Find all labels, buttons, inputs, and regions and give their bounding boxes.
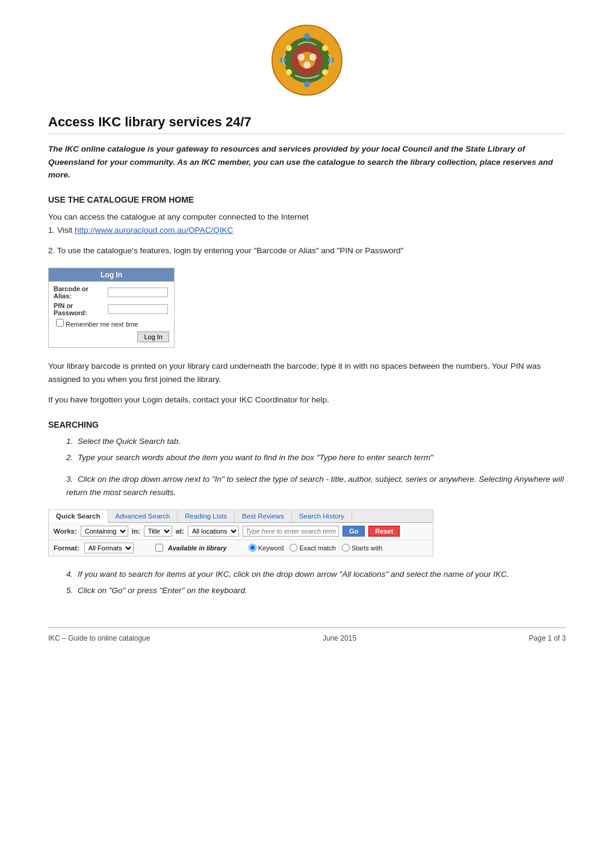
radio-keyword: Keyword: [249, 544, 284, 552]
search-step-2: 2. Type your search words about the item…: [66, 452, 566, 464]
search-step-1: 1. Select the Quick Search tab.: [66, 436, 566, 448]
at-label: at:: [176, 528, 184, 535]
logo-area: [48, 24, 566, 96]
login-box: Log In Barcode or Alias: PIN or Password…: [48, 268, 175, 348]
tab-reading-lists[interactable]: Reading Lists: [178, 510, 235, 522]
search-step-4: 4. If you want to search for items at yo…: [66, 568, 566, 581]
search-steps-list: 1. Select the Quick Search tab. 2. Type …: [66, 436, 566, 464]
search-input[interactable]: [243, 526, 339, 537]
svg-point-4: [286, 45, 292, 51]
svg-point-6: [286, 69, 292, 75]
section2-heading: SEARCHING: [48, 420, 566, 429]
login-button[interactable]: Log In: [137, 331, 169, 342]
available-label: Available in library: [168, 544, 227, 552]
section1-heading: USE THE CATALOGUE FROM HOME: [48, 195, 566, 205]
login-box-header: Log In: [49, 268, 174, 282]
barcode-label: Barcode or Alias:: [54, 285, 108, 300]
radio-exact-match: Exact match: [290, 544, 336, 552]
available-checkbox[interactable]: [155, 544, 163, 552]
remember-checkbox[interactable]: [56, 319, 64, 327]
catalogue-search-row: Works: Containing in: Title at: All loca…: [49, 523, 433, 540]
reset-button[interactable]: Reset: [368, 526, 400, 537]
catalogue-format-row: Format: All Formats Available in library…: [49, 540, 433, 556]
footer-center: June 2015: [323, 634, 356, 642]
page-title: Access IKC library services 24/7: [48, 114, 566, 134]
svg-point-5: [322, 45, 328, 51]
title-select[interactable]: Title: [144, 526, 172, 537]
svg-point-9: [304, 81, 310, 87]
intro-text: The IKC online catalogue is your gateway…: [48, 143, 566, 182]
submit-row: Log In: [54, 331, 169, 342]
catalogue-link[interactable]: http://www.auroracloud.com.au/OPAC/QIKC: [75, 226, 233, 235]
pin-label: PIN or Password:: [54, 302, 108, 316]
search-steps-list-2: 4. If you want to search for items at yo…: [66, 568, 566, 597]
in-label: in:: [132, 528, 140, 535]
svg-point-7: [322, 69, 328, 75]
barcode-input[interactable]: [108, 288, 168, 297]
catalogue-ui-mockup: Quick Search Advanced Search Reading Lis…: [48, 509, 433, 556]
footer-right: Page 1 of 3: [529, 634, 566, 642]
tab-quick-search[interactable]: Quick Search: [49, 510, 108, 523]
barcode-row: Barcode or Alias:: [54, 285, 169, 300]
remember-row: Remember me next time: [56, 319, 169, 328]
svg-point-8: [304, 33, 310, 39]
go-button[interactable]: Go: [343, 526, 365, 537]
section1-para2: 2. To use the catalogue's features, logi…: [48, 244, 566, 257]
works-label: Works:: [54, 528, 77, 535]
search-step-5: 5. Click on "Go" or press "Enter" on the…: [66, 585, 566, 597]
catalogue-tab-bar: Quick Search Advanced Search Reading Lis…: [49, 510, 433, 523]
pin-input[interactable]: [108, 304, 168, 314]
section1-para4: If you have forgotten your Login details…: [48, 393, 566, 407]
page-footer: IKC – Guide to online catalogue June 201…: [48, 627, 566, 642]
section1-para3: Your library barcode is printed on your …: [48, 360, 566, 387]
footer-left: IKC – Guide to online catalogue: [48, 634, 150, 642]
format-label: Format:: [54, 544, 79, 552]
login-box-wrapper: Log In Barcode or Alias: PIN or Password…: [48, 268, 566, 348]
ikc-logo: [271, 24, 343, 96]
format-select[interactable]: All Formats: [84, 543, 134, 553]
section1-para1: You can access the catalogue at any comp…: [48, 211, 566, 238]
svg-point-13: [309, 54, 317, 61]
radio-starts-with: Starts with: [342, 544, 382, 552]
login-box-body: Barcode or Alias: PIN or Password: Remem…: [49, 282, 174, 347]
tab-best-reviews[interactable]: Best Reviews: [235, 510, 292, 522]
svg-point-14: [303, 61, 311, 69]
tab-search-history[interactable]: Search History: [292, 510, 352, 522]
pin-row: PIN or Password:: [54, 302, 169, 316]
containing-select[interactable]: Containing: [81, 526, 128, 537]
search-type-radio-group: Keyword Exact match Starts with: [249, 544, 383, 552]
svg-point-12: [297, 54, 305, 61]
search-step-3-text: 3. Click on the drop down arrow next to …: [66, 473, 566, 500]
tab-advanced-search[interactable]: Advanced Search: [108, 510, 178, 522]
remember-label: Remember me next time: [66, 321, 138, 328]
location-select[interactable]: All locations: [188, 526, 239, 537]
